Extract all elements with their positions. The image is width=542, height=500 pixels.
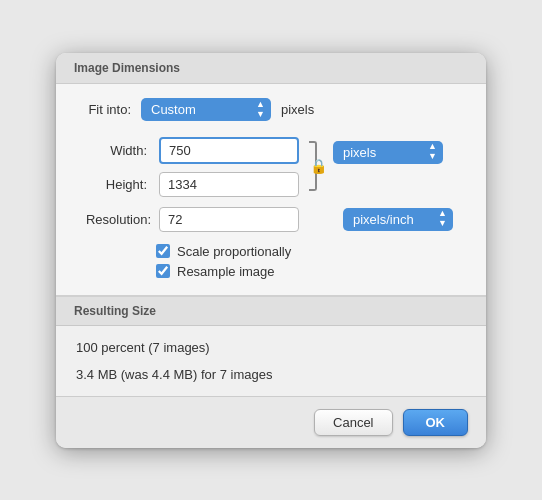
resulting-size-section: Resulting Size 100 percent (7 images) 3.… bbox=[56, 296, 486, 396]
resolution-unit-wrapper: pixels/inch pixels/cm ▲ ▼ bbox=[343, 208, 453, 231]
fit-label: Fit into: bbox=[76, 102, 131, 117]
resolution-unit-select[interactable]: pixels/inch pixels/cm bbox=[343, 208, 453, 231]
height-input[interactable] bbox=[159, 172, 299, 197]
scale-checkbox[interactable] bbox=[156, 244, 170, 258]
image-dimensions-dialog: Image Dimensions Fit into: Custom Origin… bbox=[56, 53, 486, 448]
resolution-label: Resolution: bbox=[76, 212, 151, 227]
resample-checkbox[interactable] bbox=[156, 264, 170, 278]
main-content: Fit into: Custom Original Size 640 × 480… bbox=[56, 84, 486, 296]
lock-bracket[interactable]: 🔒 bbox=[299, 137, 327, 195]
fit-select-wrapper: Custom Original Size 640 × 480 800 × 600… bbox=[141, 98, 271, 121]
scale-label: Scale proportionally bbox=[177, 244, 291, 259]
resample-label: Resample image bbox=[177, 264, 275, 279]
resolution-row: Resolution: pixels/inch pixels/cm ▲ ▼ bbox=[76, 207, 466, 232]
resolution-input[interactable] bbox=[159, 207, 299, 232]
result-line-2: 3.4 MB (was 4.4 MB) for 7 images bbox=[76, 367, 466, 382]
ok-button[interactable]: OK bbox=[403, 409, 469, 436]
checkboxes-group: Scale proportionally Resample image bbox=[76, 244, 466, 279]
scale-checkbox-row[interactable]: Scale proportionally bbox=[156, 244, 466, 259]
section-title: Image Dimensions bbox=[74, 61, 180, 75]
fit-row: Fit into: Custom Original Size 640 × 480… bbox=[76, 98, 466, 121]
cancel-button[interactable]: Cancel bbox=[314, 409, 392, 436]
result-header: Resulting Size bbox=[56, 297, 486, 326]
dialog-footer: Cancel OK bbox=[56, 396, 486, 448]
dimension-unit-wrapper: pixels inches cm mm percent ▲ ▼ bbox=[333, 141, 443, 164]
width-label: Width: bbox=[76, 143, 151, 158]
lock-icon: 🔒 bbox=[310, 158, 327, 174]
height-label: Height: bbox=[76, 177, 151, 192]
resample-checkbox-row[interactable]: Resample image bbox=[156, 264, 466, 279]
result-line-1: 100 percent (7 images) bbox=[76, 340, 466, 355]
dimension-unit-select[interactable]: pixels inches cm mm percent bbox=[333, 141, 443, 164]
result-title: Resulting Size bbox=[74, 304, 156, 318]
result-body: 100 percent (7 images) 3.4 MB (was 4.4 M… bbox=[56, 326, 486, 396]
fit-unit-label: pixels bbox=[281, 102, 314, 117]
section-header: Image Dimensions bbox=[56, 53, 486, 84]
width-input[interactable] bbox=[159, 137, 299, 164]
fit-select[interactable]: Custom Original Size 640 × 480 800 × 600… bbox=[141, 98, 271, 121]
